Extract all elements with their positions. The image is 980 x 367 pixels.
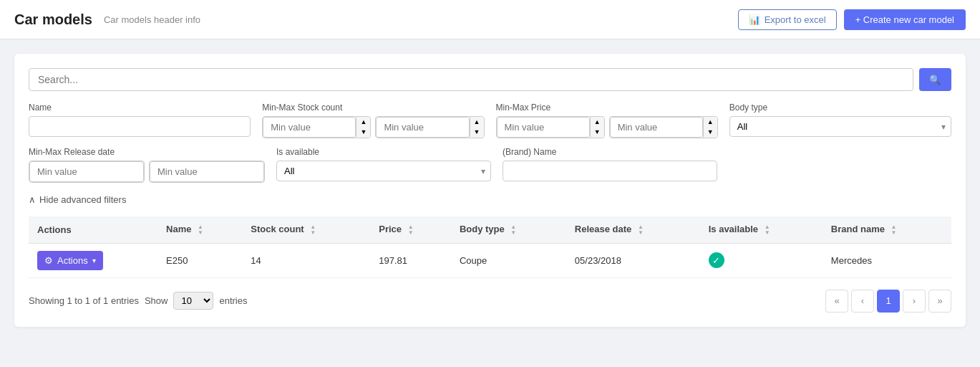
filters-row2: Min-Max Release date Is available All — [29, 147, 951, 183]
col-body-type[interactable]: Body type ▲▼ — [451, 216, 566, 243]
cell-name: E250 — [157, 243, 242, 277]
filters-grid: Name Min-Max Stock count ▲ ▼ — [29, 103, 951, 138]
page-1-button[interactable]: 1 — [877, 290, 900, 313]
page-header: Car models Car models header info 📊 Expo… — [0, 0, 980, 39]
cell-price: 197.81 — [370, 243, 451, 277]
price-max-down[interactable]: ▼ — [704, 128, 717, 138]
sort-price-icon: ▲▼ — [408, 224, 414, 236]
stock-max-input[interactable] — [376, 117, 469, 138]
col-brand-name[interactable]: Brand name ▲▼ — [823, 216, 951, 243]
release-spinbox-row — [29, 161, 265, 183]
price-max-spinbox: ▲ ▼ — [609, 116, 718, 138]
price-min-down[interactable]: ▼ — [591, 128, 604, 138]
main-content: 🔍 Name Min-Max Stock count ▲ ▼ — [0, 39, 980, 341]
brand-input[interactable] — [503, 161, 717, 181]
col-is-available[interactable]: Is available ▲▼ — [700, 216, 823, 243]
search-row: 🔍 — [29, 68, 951, 91]
available-select-wrapper: All Yes No ▾ — [276, 161, 491, 181]
cell-brand-name: Mercedes — [823, 243, 951, 277]
filter-price: Min-Max Price ▲ ▼ ▲ ▼ — [496, 103, 718, 138]
filter-stock: Min-Max Stock count ▲ ▼ ▲ ▼ — [262, 103, 484, 138]
sort-available-icon: ▲▼ — [765, 224, 770, 236]
price-min-up[interactable]: ▲ — [591, 117, 604, 128]
gear-icon: ⚙ — [44, 255, 53, 266]
last-page-button[interactable]: » — [928, 290, 951, 313]
main-card: 🔍 Name Min-Max Stock count ▲ ▼ — [14, 54, 966, 327]
actions-button[interactable]: ⚙ Actions ▾ — [37, 251, 103, 270]
car-models-table: Actions Name ▲▼ Stock count ▲▼ Price ▲ — [29, 216, 951, 278]
filter-body-type: Body type All Coupe Sedan SUV Hatchback … — [729, 103, 951, 138]
export-button[interactable]: 📊 Export to excel — [738, 9, 837, 30]
filter-brand: (Brand) Name — [503, 147, 717, 183]
per-page-select[interactable]: 10 25 50 100 — [173, 292, 213, 310]
filter-available-label: Is available — [276, 147, 491, 157]
table-row: ⚙ Actions ▾ E250 14 197.81 Coupe 05/23/2… — [29, 243, 951, 277]
next-page-button[interactable]: › — [903, 290, 926, 313]
name-input[interactable] — [29, 116, 251, 137]
col-actions: Actions — [29, 216, 157, 243]
entries-label: entries — [219, 295, 247, 306]
col-stock[interactable]: Stock count ▲▼ — [242, 216, 370, 243]
col-name[interactable]: Name ▲▼ — [157, 216, 242, 243]
filter-release: Min-Max Release date — [29, 147, 265, 183]
prev-page-button[interactable]: ‹ — [851, 290, 874, 313]
cell-release-date: 05/23/2018 — [566, 243, 700, 277]
stock-spinbox-row: ▲ ▼ ▲ ▼ — [262, 116, 484, 138]
stock-min-arrows: ▲ ▼ — [356, 117, 370, 138]
price-max-arrows: ▲ ▼ — [703, 117, 717, 138]
cell-body-type: Coupe — [451, 243, 566, 277]
filter-name-label: Name — [29, 103, 251, 113]
showing-text: Showing 1 to 1 of 1 entries — [29, 295, 139, 306]
actions-chevron-icon: ▾ — [92, 257, 96, 264]
available-select[interactable]: All Yes No — [276, 161, 491, 181]
col-price[interactable]: Price ▲▼ — [370, 216, 451, 243]
body-type-select-wrapper: All Coupe Sedan SUV Hatchback ▾ — [729, 116, 951, 137]
sort-name-icon: ▲▼ — [198, 224, 203, 236]
filter-price-label: Min-Max Price — [496, 103, 718, 113]
stock-min-down[interactable]: ▼ — [356, 128, 370, 138]
excel-icon: 📊 — [749, 14, 760, 25]
stock-max-arrows: ▲ ▼ — [470, 117, 484, 138]
table-wrapper: Actions Name ▲▼ Stock count ▲▼ Price ▲ — [29, 216, 951, 278]
cell-actions: ⚙ Actions ▾ — [29, 243, 157, 277]
show-label: Show — [145, 295, 168, 306]
price-spinbox-row: ▲ ▼ ▲ ▼ — [496, 116, 718, 138]
filter-release-label: Min-Max Release date — [29, 147, 265, 157]
header-actions: 📊 Export to excel + Create new car model — [738, 9, 966, 30]
stock-min-spinbox: ▲ ▼ — [262, 116, 371, 138]
stock-min-up[interactable]: ▲ — [356, 117, 370, 128]
table-body: ⚙ Actions ▾ E250 14 197.81 Coupe 05/23/2… — [29, 243, 951, 277]
filter-available: Is available All Yes No ▾ — [276, 147, 491, 183]
search-button[interactable]: 🔍 — [919, 68, 951, 91]
filter-brand-label: (Brand) Name — [503, 147, 717, 157]
table-footer: Showing 1 to 1 of 1 entries Show 10 25 5… — [29, 290, 951, 313]
available-check-icon: ✓ — [709, 252, 724, 268]
hide-filters-button[interactable]: ∧ Hide advanced filters — [29, 194, 126, 205]
search-icon: 🔍 — [929, 75, 941, 85]
col-release-date[interactable]: Release date ▲▼ — [566, 216, 700, 243]
body-type-select[interactable]: All Coupe Sedan SUV Hatchback — [729, 116, 951, 137]
cell-is-available: ✓ — [700, 243, 823, 277]
create-button[interactable]: + Create new car model — [844, 9, 966, 30]
sort-stock-icon: ▲▼ — [310, 224, 316, 236]
price-min-input[interactable] — [497, 117, 590, 138]
first-page-button[interactable]: « — [825, 290, 848, 313]
header-left: Car models Car models header info — [14, 11, 200, 28]
release-max-spinbox — [149, 161, 265, 183]
header-subtitle: Car models header info — [104, 14, 200, 25]
pagination: « ‹ 1 › » — [825, 290, 951, 313]
search-input[interactable] — [29, 68, 913, 91]
filter-name: Name — [29, 103, 251, 138]
release-min-input[interactable] — [29, 161, 144, 182]
filter-body-type-label: Body type — [729, 103, 951, 113]
cell-stock: 14 — [242, 243, 370, 277]
table-header-row: Actions Name ▲▼ Stock count ▲▼ Price ▲ — [29, 216, 951, 243]
stock-max-up[interactable]: ▲ — [470, 117, 484, 128]
sort-brand-icon: ▲▼ — [891, 224, 897, 236]
price-max-input[interactable] — [610, 117, 703, 138]
release-max-input[interactable] — [150, 161, 264, 182]
price-max-up[interactable]: ▲ — [704, 117, 717, 128]
price-min-spinbox: ▲ ▼ — [496, 116, 605, 138]
stock-min-input[interactable] — [263, 117, 356, 138]
stock-max-down[interactable]: ▼ — [470, 128, 484, 138]
